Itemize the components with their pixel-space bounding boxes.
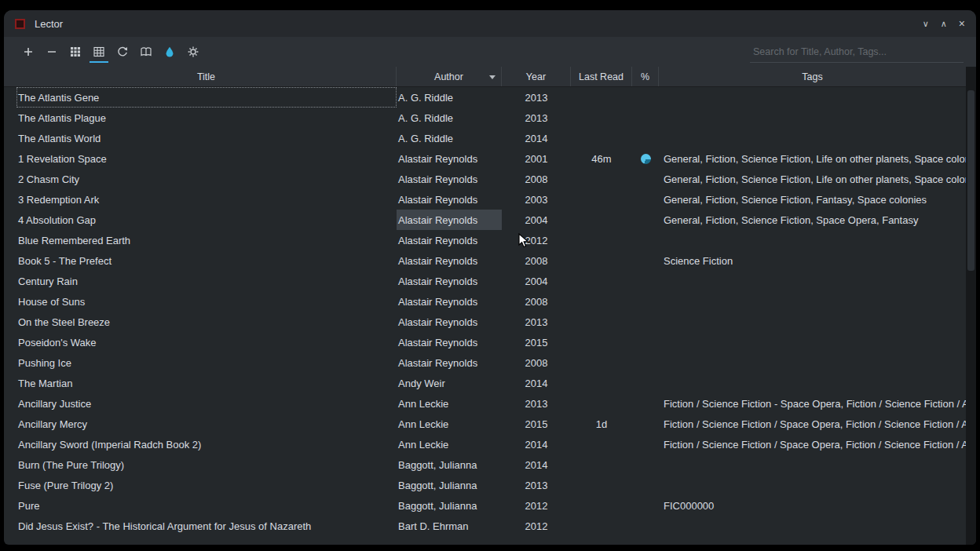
cell-title[interactable]: Ancillary Mercy (16, 414, 397, 434)
shade-button[interactable]: ∨ (923, 20, 929, 28)
cell-author[interactable]: Alastair Reynolds (397, 352, 502, 373)
table-view-button[interactable] (87, 40, 111, 64)
table-row[interactable]: Pure Baggott, Julianna 2012 FIC000000 (4, 495, 966, 516)
cell-title[interactable]: The Atlantis Plague (16, 108, 397, 128)
cell-progress[interactable] (632, 210, 659, 230)
cell-year[interactable]: 2013 (502, 108, 571, 128)
cell-last-read[interactable] (571, 210, 632, 230)
table-row[interactable]: Book 5 - The Prefect Alastair Reynolds 2… (4, 250, 966, 271)
cell-author[interactable]: Alastair Reynolds (397, 312, 502, 332)
cell-title[interactable]: 4 Absolution Gap (16, 210, 397, 230)
titlebar[interactable]: Lector ∨ ∧ × (4, 10, 976, 37)
cell-progress[interactable] (632, 271, 659, 291)
search-input[interactable] (753, 46, 960, 57)
table-row[interactable]: 1 Revelation Space Alastair Reynolds 200… (4, 148, 966, 169)
cell-last-read[interactable] (571, 108, 632, 128)
cell-progress[interactable] (632, 373, 659, 393)
cell-year[interactable]: 2015 (502, 414, 571, 434)
cell-tags[interactable] (659, 230, 966, 250)
cell-tags[interactable]: Fiction / Science Fiction / Space Opera,… (659, 414, 966, 434)
table-row[interactable]: The Atlantis Gene A. G. Riddle 2013 (4, 87, 966, 108)
cell-author[interactable]: Alastair Reynolds (397, 189, 502, 210)
table-row[interactable]: Ancillary Sword (Imperial Radch Book 2) … (4, 434, 966, 454)
cell-progress[interactable] (632, 475, 659, 495)
cell-tags[interactable] (659, 312, 966, 332)
cell-author[interactable]: A. G. Riddle (397, 128, 502, 148)
column-header-title[interactable]: Title (16, 67, 397, 86)
cell-title[interactable]: Poseidon's Wake (16, 332, 397, 352)
cell-title[interactable]: The Martian (16, 373, 397, 393)
cell-author[interactable]: Baggott, Julianna (397, 475, 502, 495)
cell-last-read[interactable] (571, 352, 632, 373)
table-row[interactable]: Did Jesus Exist? - The Historical Argume… (4, 516, 966, 536)
table-row[interactable]: 4 Absolution Gap Alastair Reynolds 2004 … (4, 210, 966, 230)
cell-author[interactable]: Ann Leckie (397, 434, 502, 454)
cell-tags[interactable] (659, 128, 966, 148)
cell-author[interactable]: Ann Leckie (397, 414, 502, 434)
cell-tags[interactable] (659, 332, 966, 352)
cell-title[interactable]: 1 Revelation Space (16, 148, 397, 169)
library-button[interactable] (134, 40, 158, 64)
cell-progress[interactable] (632, 393, 659, 414)
cell-title[interactable]: 3 Redemption Ark (16, 189, 397, 210)
column-header-year[interactable]: Year (502, 67, 571, 86)
cell-tags[interactable]: General, Fiction, Science Fiction, Fanta… (659, 189, 966, 210)
cell-author[interactable]: Alastair Reynolds (397, 210, 502, 230)
table-row[interactable]: Century Rain Alastair Reynolds 2004 (4, 271, 966, 291)
column-header-tags[interactable]: Tags (659, 67, 966, 86)
cell-last-read[interactable] (571, 230, 632, 250)
cell-title[interactable]: The Atlantis Gene (16, 87, 397, 108)
cell-title[interactable]: Pushing Ice (16, 352, 397, 373)
table-row[interactable]: Ancillary Mercy Ann Leckie 2015 1d Ficti… (4, 414, 966, 434)
cell-last-read[interactable] (571, 250, 632, 271)
cell-year[interactable]: 2012 (502, 495, 571, 516)
cell-tags[interactable]: Science Fiction (659, 250, 966, 271)
add-book-button[interactable] (16, 40, 40, 64)
cell-year[interactable]: 2008 (502, 291, 571, 312)
cell-author[interactable]: Alastair Reynolds (397, 250, 502, 271)
cell-progress[interactable] (632, 189, 659, 210)
cell-year[interactable]: 2015 (502, 332, 571, 352)
cell-author[interactable]: Alastair Reynolds (397, 169, 502, 189)
cell-tags[interactable]: General, Fiction, Science Fiction, Space… (659, 210, 966, 230)
cell-title[interactable]: Blue Remembered Earth (16, 230, 397, 250)
cell-year[interactable]: 2008 (502, 352, 571, 373)
cell-title[interactable]: House of Suns (16, 291, 397, 312)
cell-last-read[interactable] (571, 454, 632, 475)
cell-progress[interactable] (632, 169, 659, 189)
cell-tags[interactable] (659, 516, 966, 536)
cell-year[interactable]: 2001 (502, 148, 571, 169)
table-row[interactable]: The Martian Andy Weir 2014 (4, 373, 966, 393)
cell-tags[interactable] (659, 87, 966, 108)
cell-tags[interactable] (659, 454, 966, 475)
cell-progress[interactable] (632, 128, 659, 148)
table-row[interactable]: Pushing Ice Alastair Reynolds 2008 (4, 352, 966, 373)
cell-last-read[interactable] (571, 291, 632, 312)
cell-progress[interactable] (632, 87, 659, 108)
table-row[interactable]: 3 Redemption Ark Alastair Reynolds 2003 … (4, 189, 966, 210)
column-header-author[interactable]: Author (397, 67, 502, 86)
cell-author[interactable]: A. G. Riddle (397, 108, 502, 128)
cell-last-read[interactable] (571, 495, 632, 516)
cell-last-read[interactable] (571, 189, 632, 210)
cell-last-read[interactable] (571, 87, 632, 108)
table-row[interactable]: The Atlantis Plague A. G. Riddle 2013 (4, 108, 966, 128)
table-row[interactable]: House of Suns Alastair Reynolds 2008 (4, 291, 966, 312)
cell-title[interactable]: Ancillary Sword (Imperial Radch Book 2) (16, 434, 397, 454)
cell-last-read[interactable] (571, 332, 632, 352)
cell-progress[interactable] (632, 516, 659, 536)
cell-author[interactable]: Alastair Reynolds (397, 271, 502, 291)
cell-title[interactable]: Fuse (Pure Trilogy 2) (16, 475, 397, 495)
cell-progress[interactable] (632, 230, 659, 250)
cell-tags[interactable] (659, 475, 966, 495)
cell-year[interactable]: 2013 (502, 393, 571, 414)
table-row[interactable]: Fuse (Pure Trilogy 2) Baggott, Julianna … (4, 475, 966, 495)
cell-author[interactable]: Alastair Reynolds (397, 148, 502, 169)
column-header-last-read[interactable]: Last Read (571, 67, 632, 86)
cell-title[interactable]: 2 Chasm City (16, 169, 397, 189)
cell-last-read[interactable] (571, 393, 632, 414)
cell-author[interactable]: Alastair Reynolds (397, 332, 502, 352)
cell-progress[interactable] (632, 332, 659, 352)
cell-last-read[interactable]: 1d (571, 414, 632, 434)
cell-year[interactable]: 2014 (502, 434, 571, 454)
